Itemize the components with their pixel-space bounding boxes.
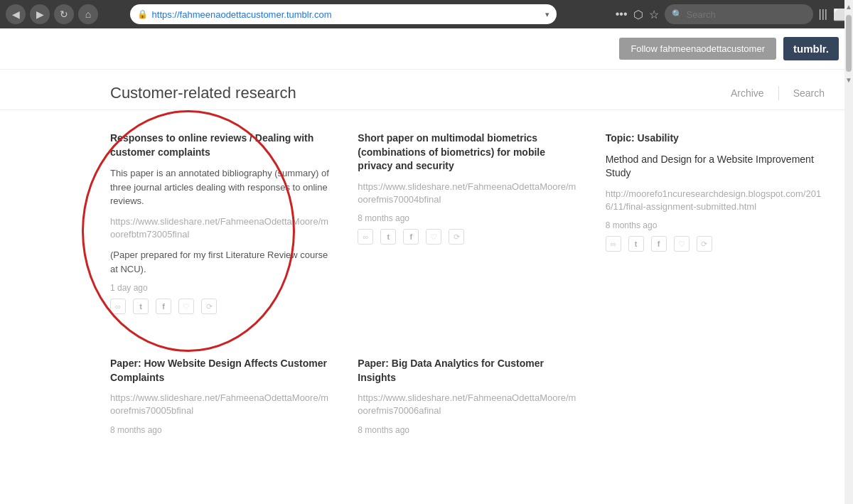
post-title-4: Paper: How Website Design Affects Custom… (110, 357, 329, 385)
facebook-icon-2[interactable]: f (403, 229, 419, 245)
heart-icon-3[interactable]: ♡ (674, 236, 690, 252)
heart-icon-1[interactable]: ♡ (178, 299, 194, 314)
post-actions-3: ∞ t f ♡ ⟳ (606, 236, 825, 252)
post-timestamp-5: 8 months ago (358, 425, 576, 435)
post-title-5: Paper: Big Data Analytics for Customer I… (358, 357, 576, 385)
blog-header: Customer-related research Archive Search (0, 70, 853, 110)
post-actions-1: ∞ t f ♡ ⟳ (110, 299, 329, 314)
scroll-thumb[interactable] (846, 15, 852, 72)
twitter-icon-2[interactable]: t (380, 229, 396, 245)
library-icon[interactable]: ||| (819, 8, 827, 21)
post-timestamp-1: 1 day ago (110, 283, 329, 293)
address-bar[interactable]: 🔒 https://fahmeenaodettacustomer.tumblr.… (130, 4, 557, 24)
post-extra-1: (Paper prepared for my first Literature … (110, 248, 329, 276)
facebook-icon-3[interactable]: f (651, 236, 667, 252)
blog-title: Customer-related research (110, 84, 296, 102)
post-link-3[interactable]: http://moorefo1ncuresearchdesign.blogspo… (606, 188, 825, 213)
chevron-down-icon: ▾ (545, 10, 549, 19)
archive-link[interactable]: Archive (731, 87, 764, 99)
post-card-4: Paper: How Website Design Affects Custom… (110, 350, 329, 448)
post-timestamp-4: 8 months ago (110, 425, 329, 435)
search-icon: 🔍 (672, 9, 682, 19)
browser-search-bar[interactable]: 🔍 (665, 4, 813, 24)
post-link-5[interactable]: https://www.slideshare.net/FahmeenaOdett… (358, 392, 576, 417)
reblog-icon-2[interactable]: ⟳ (449, 229, 464, 245)
browser-right: ••• ⬡ ☆ 🔍 ||| ⬜ (616, 4, 847, 24)
forward-button[interactable]: ▶ (30, 4, 50, 24)
infinity-icon-1[interactable]: ∞ (110, 299, 126, 314)
post-title-3: Topic: Usability (606, 132, 825, 146)
post-timestamp-3: 8 months ago (606, 220, 825, 230)
reblog-icon-3[interactable]: ⟳ (697, 236, 712, 252)
reblog-icon-1[interactable]: ⟳ (201, 299, 217, 314)
twitter-icon-1[interactable]: t (133, 299, 149, 314)
post-card-1: Responses to online reviews / Dealing wi… (110, 124, 329, 321)
url-text: https://fahmeenaodettacustomer.tumblr.co… (152, 9, 541, 20)
bookmark-icon[interactable]: ☆ (649, 8, 659, 21)
post-timestamp-2: 8 months ago (358, 213, 576, 223)
lock-icon: 🔒 (137, 9, 148, 19)
infinity-icon-3[interactable]: ∞ (606, 236, 621, 252)
twitter-icon-3[interactable]: t (628, 236, 644, 252)
blog-nav: Archive Search (731, 86, 825, 100)
scrollbar[interactable]: ▲ ▼ (844, 0, 853, 448)
post-card-3: Topic: Usability Method and Design for a… (606, 124, 825, 321)
post-card-5: Paper: Big Data Analytics for Customer I… (358, 350, 576, 448)
post-subtitle-3: Method and Design for a Website Improvem… (606, 153, 825, 181)
more-icon[interactable]: ••• (616, 8, 628, 21)
back-button[interactable]: ◀ (6, 4, 26, 24)
browser-chrome: ◀ ▶ ↻ ⌂ 🔒 https://fahmeenaodettacustomer… (0, 0, 853, 28)
tumblr-logo-button[interactable]: tumblr. (783, 37, 839, 60)
post-link-2[interactable]: https://www.slideshare.net/FahmeenaOdett… (358, 181, 576, 206)
search-input[interactable] (687, 9, 806, 20)
scroll-up-arrow[interactable]: ▲ (844, 1, 853, 12)
pocket-icon[interactable]: ⬡ (633, 8, 643, 21)
follow-button[interactable]: Follow fahmeenaodettacustomer (619, 38, 776, 60)
home-button[interactable]: ⌂ (78, 4, 98, 24)
heart-icon-2[interactable]: ♡ (426, 229, 441, 245)
tumblr-header: Follow fahmeenaodettacustomer tumblr. (0, 28, 853, 70)
nav-divider (778, 86, 779, 100)
post-body-1: This paper is an annotated bibliography … (110, 166, 329, 208)
post-title-1: Responses to online reviews / Dealing wi… (110, 132, 329, 159)
facebook-icon-1[interactable]: f (156, 299, 171, 314)
post-card-2: Short paper on multimodal biometrics (co… (358, 124, 576, 321)
post-link-1[interactable]: https://www.slideshare.net/FahmeenaOdett… (110, 215, 329, 241)
search-link[interactable]: Search (793, 87, 825, 99)
post-title-2: Short paper on multimodal biometrics (co… (358, 132, 576, 173)
main-content: Responses to online reviews / Dealing wi… (0, 124, 853, 448)
infinity-icon-2[interactable]: ∞ (358, 229, 373, 245)
scroll-down-arrow[interactable]: ▼ (844, 75, 853, 85)
post-actions-2: ∞ t f ♡ ⟳ (358, 229, 576, 245)
refresh-button[interactable]: ↻ (54, 4, 74, 24)
post-link-4[interactable]: https://www.slideshare.net/FahmeenaOdett… (110, 392, 329, 417)
